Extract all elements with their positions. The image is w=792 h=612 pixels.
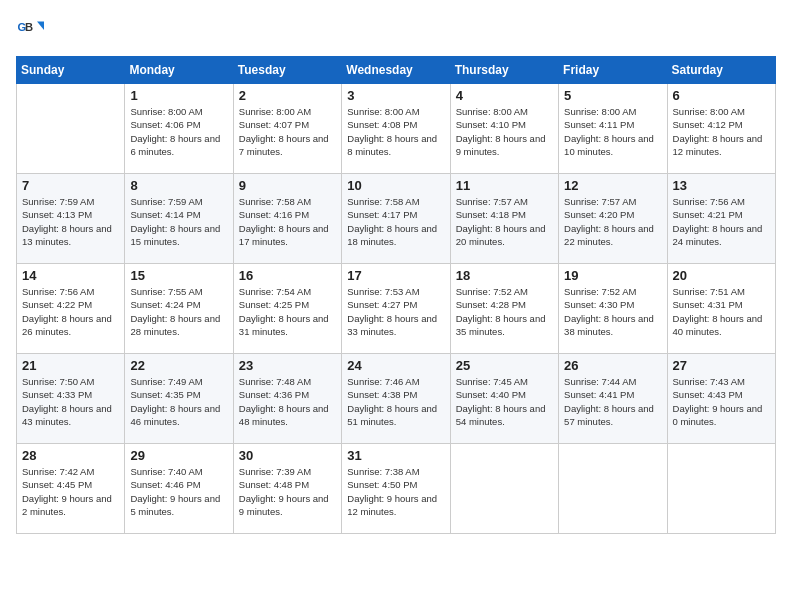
weekday-header-thursday: Thursday — [450, 57, 558, 84]
day-info: Sunrise: 8:00 AM Sunset: 4:12 PM Dayligh… — [673, 105, 770, 158]
day-info: Sunrise: 7:52 AM Sunset: 4:30 PM Dayligh… — [564, 285, 661, 338]
day-info: Sunrise: 7:52 AM Sunset: 4:28 PM Dayligh… — [456, 285, 553, 338]
logo: G B — [16, 16, 48, 44]
day-info: Sunrise: 8:00 AM Sunset: 4:06 PM Dayligh… — [130, 105, 227, 158]
calendar-week-2: 7Sunrise: 7:59 AM Sunset: 4:13 PM Daylig… — [17, 174, 776, 264]
calendar-cell — [667, 444, 775, 534]
weekday-header-friday: Friday — [559, 57, 667, 84]
day-info: Sunrise: 7:38 AM Sunset: 4:50 PM Dayligh… — [347, 465, 444, 518]
calendar-table: SundayMondayTuesdayWednesdayThursdayFrid… — [16, 56, 776, 534]
day-number: 3 — [347, 88, 444, 103]
svg-text:B: B — [25, 21, 33, 33]
calendar-cell: 29Sunrise: 7:40 AM Sunset: 4:46 PM Dayli… — [125, 444, 233, 534]
weekday-header-sunday: Sunday — [17, 57, 125, 84]
day-info: Sunrise: 7:42 AM Sunset: 4:45 PM Dayligh… — [22, 465, 119, 518]
day-number: 8 — [130, 178, 227, 193]
day-number: 2 — [239, 88, 336, 103]
calendar-cell: 27Sunrise: 7:43 AM Sunset: 4:43 PM Dayli… — [667, 354, 775, 444]
day-info: Sunrise: 7:53 AM Sunset: 4:27 PM Dayligh… — [347, 285, 444, 338]
calendar-cell: 31Sunrise: 7:38 AM Sunset: 4:50 PM Dayli… — [342, 444, 450, 534]
calendar-cell: 18Sunrise: 7:52 AM Sunset: 4:28 PM Dayli… — [450, 264, 558, 354]
day-info: Sunrise: 8:00 AM Sunset: 4:11 PM Dayligh… — [564, 105, 661, 158]
day-info: Sunrise: 7:43 AM Sunset: 4:43 PM Dayligh… — [673, 375, 770, 428]
calendar-cell: 7Sunrise: 7:59 AM Sunset: 4:13 PM Daylig… — [17, 174, 125, 264]
calendar-cell: 8Sunrise: 7:59 AM Sunset: 4:14 PM Daylig… — [125, 174, 233, 264]
day-info: Sunrise: 7:56 AM Sunset: 4:21 PM Dayligh… — [673, 195, 770, 248]
calendar-cell: 6Sunrise: 8:00 AM Sunset: 4:12 PM Daylig… — [667, 84, 775, 174]
day-info: Sunrise: 8:00 AM Sunset: 4:07 PM Dayligh… — [239, 105, 336, 158]
day-info: Sunrise: 8:00 AM Sunset: 4:08 PM Dayligh… — [347, 105, 444, 158]
day-info: Sunrise: 7:40 AM Sunset: 4:46 PM Dayligh… — [130, 465, 227, 518]
day-info: Sunrise: 7:46 AM Sunset: 4:38 PM Dayligh… — [347, 375, 444, 428]
calendar-cell: 17Sunrise: 7:53 AM Sunset: 4:27 PM Dayli… — [342, 264, 450, 354]
day-info: Sunrise: 7:56 AM Sunset: 4:22 PM Dayligh… — [22, 285, 119, 338]
day-info: Sunrise: 7:57 AM Sunset: 4:18 PM Dayligh… — [456, 195, 553, 248]
day-number: 10 — [347, 178, 444, 193]
weekday-header-wednesday: Wednesday — [342, 57, 450, 84]
calendar-cell: 4Sunrise: 8:00 AM Sunset: 4:10 PM Daylig… — [450, 84, 558, 174]
calendar-cell: 1Sunrise: 8:00 AM Sunset: 4:06 PM Daylig… — [125, 84, 233, 174]
calendar-cell: 26Sunrise: 7:44 AM Sunset: 4:41 PM Dayli… — [559, 354, 667, 444]
day-number: 25 — [456, 358, 553, 373]
day-number: 13 — [673, 178, 770, 193]
day-number: 24 — [347, 358, 444, 373]
day-number: 7 — [22, 178, 119, 193]
day-number: 30 — [239, 448, 336, 463]
day-number: 11 — [456, 178, 553, 193]
calendar-cell: 11Sunrise: 7:57 AM Sunset: 4:18 PM Dayli… — [450, 174, 558, 264]
day-number: 20 — [673, 268, 770, 283]
calendar-cell: 25Sunrise: 7:45 AM Sunset: 4:40 PM Dayli… — [450, 354, 558, 444]
calendar-cell: 20Sunrise: 7:51 AM Sunset: 4:31 PM Dayli… — [667, 264, 775, 354]
page-header: G B — [16, 16, 776, 44]
calendar-week-4: 21Sunrise: 7:50 AM Sunset: 4:33 PM Dayli… — [17, 354, 776, 444]
day-info: Sunrise: 7:44 AM Sunset: 4:41 PM Dayligh… — [564, 375, 661, 428]
day-number: 15 — [130, 268, 227, 283]
calendar-cell: 14Sunrise: 7:56 AM Sunset: 4:22 PM Dayli… — [17, 264, 125, 354]
day-number: 21 — [22, 358, 119, 373]
calendar-cell: 13Sunrise: 7:56 AM Sunset: 4:21 PM Dayli… — [667, 174, 775, 264]
day-number: 14 — [22, 268, 119, 283]
day-number: 16 — [239, 268, 336, 283]
weekday-header-tuesday: Tuesday — [233, 57, 341, 84]
day-info: Sunrise: 7:55 AM Sunset: 4:24 PM Dayligh… — [130, 285, 227, 338]
calendar-week-1: 1Sunrise: 8:00 AM Sunset: 4:06 PM Daylig… — [17, 84, 776, 174]
calendar-cell — [559, 444, 667, 534]
calendar-week-3: 14Sunrise: 7:56 AM Sunset: 4:22 PM Dayli… — [17, 264, 776, 354]
day-number: 26 — [564, 358, 661, 373]
calendar-cell: 21Sunrise: 7:50 AM Sunset: 4:33 PM Dayli… — [17, 354, 125, 444]
calendar-cell: 10Sunrise: 7:58 AM Sunset: 4:17 PM Dayli… — [342, 174, 450, 264]
calendar-cell: 15Sunrise: 7:55 AM Sunset: 4:24 PM Dayli… — [125, 264, 233, 354]
calendar-cell: 24Sunrise: 7:46 AM Sunset: 4:38 PM Dayli… — [342, 354, 450, 444]
day-number: 18 — [456, 268, 553, 283]
calendar-week-5: 28Sunrise: 7:42 AM Sunset: 4:45 PM Dayli… — [17, 444, 776, 534]
calendar-cell: 3Sunrise: 8:00 AM Sunset: 4:08 PM Daylig… — [342, 84, 450, 174]
day-number: 17 — [347, 268, 444, 283]
day-info: Sunrise: 7:39 AM Sunset: 4:48 PM Dayligh… — [239, 465, 336, 518]
weekday-header-monday: Monday — [125, 57, 233, 84]
day-info: Sunrise: 7:58 AM Sunset: 4:16 PM Dayligh… — [239, 195, 336, 248]
day-info: Sunrise: 7:58 AM Sunset: 4:17 PM Dayligh… — [347, 195, 444, 248]
logo-icon: G B — [16, 16, 44, 44]
calendar-cell: 12Sunrise: 7:57 AM Sunset: 4:20 PM Dayli… — [559, 174, 667, 264]
day-number: 29 — [130, 448, 227, 463]
calendar-cell: 19Sunrise: 7:52 AM Sunset: 4:30 PM Dayli… — [559, 264, 667, 354]
day-number: 31 — [347, 448, 444, 463]
day-info: Sunrise: 7:57 AM Sunset: 4:20 PM Dayligh… — [564, 195, 661, 248]
day-number: 22 — [130, 358, 227, 373]
weekday-header-saturday: Saturday — [667, 57, 775, 84]
day-info: Sunrise: 7:59 AM Sunset: 4:13 PM Dayligh… — [22, 195, 119, 248]
calendar-cell: 23Sunrise: 7:48 AM Sunset: 4:36 PM Dayli… — [233, 354, 341, 444]
calendar-cell: 16Sunrise: 7:54 AM Sunset: 4:25 PM Dayli… — [233, 264, 341, 354]
day-info: Sunrise: 8:00 AM Sunset: 4:10 PM Dayligh… — [456, 105, 553, 158]
calendar-cell: 28Sunrise: 7:42 AM Sunset: 4:45 PM Dayli… — [17, 444, 125, 534]
day-info: Sunrise: 7:45 AM Sunset: 4:40 PM Dayligh… — [456, 375, 553, 428]
day-info: Sunrise: 7:54 AM Sunset: 4:25 PM Dayligh… — [239, 285, 336, 338]
calendar-cell: 5Sunrise: 8:00 AM Sunset: 4:11 PM Daylig… — [559, 84, 667, 174]
day-number: 4 — [456, 88, 553, 103]
day-number: 6 — [673, 88, 770, 103]
calendar-cell — [17, 84, 125, 174]
day-number: 1 — [130, 88, 227, 103]
day-info: Sunrise: 7:50 AM Sunset: 4:33 PM Dayligh… — [22, 375, 119, 428]
calendar-header-row: SundayMondayTuesdayWednesdayThursdayFrid… — [17, 57, 776, 84]
day-info: Sunrise: 7:48 AM Sunset: 4:36 PM Dayligh… — [239, 375, 336, 428]
